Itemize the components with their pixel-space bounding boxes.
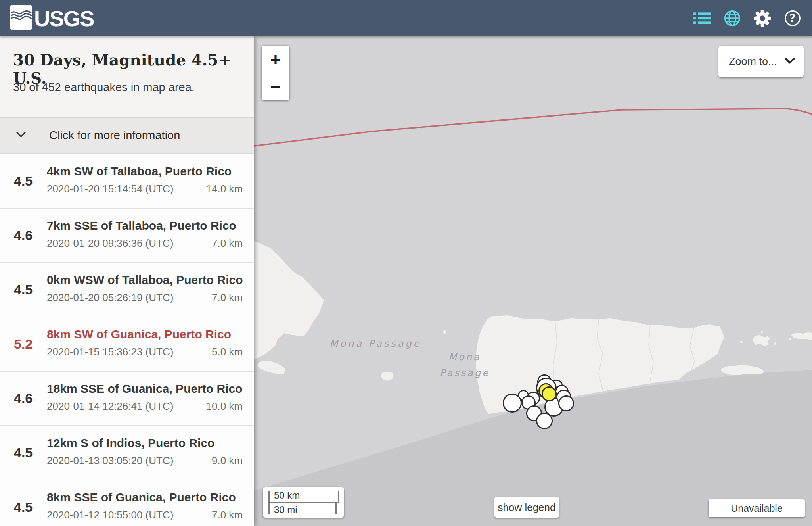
globe-icon[interactable]	[723, 9, 741, 27]
list-header: 30 Days, Magnitude 4.5+ U.S. 30 of 452 e…	[0, 36, 254, 117]
header-icons: ?	[693, 9, 802, 27]
scale-mi-label: 30 mi	[274, 504, 297, 515]
usgs-logo-icon	[10, 5, 32, 31]
zoom-to-label: Zoom to...	[729, 56, 777, 68]
event-time: 2020-01-14 12:26:41 (UTC)	[47, 400, 173, 413]
earthquake-list-item[interactable]: 4.67km SSE of Tallaboa, Puerto Rico2020-…	[0, 209, 254, 263]
event-depth: 7.0 km	[212, 509, 243, 521]
earthquake-list-item[interactable]: 5.28km SW of Guanica, Puerto Rico2020-01…	[0, 317, 254, 372]
event-magnitude: 4.5	[0, 154, 44, 208]
zoom-in-button[interactable]: +	[262, 46, 289, 73]
unavailable-button[interactable]: Unavailable	[709, 499, 805, 517]
event-location: 18km SSE of Guanica, Puerto Rico	[47, 382, 242, 395]
chevron-down-icon	[785, 58, 795, 66]
map[interactable]: Mona Passage Mona Passage + − Zoom to...…	[254, 36, 812, 526]
earthquake-list-item[interactable]: 4.54km SW of Tallaboa, Puerto Rico2020-0…	[0, 154, 254, 209]
event-location: 12km S of Indios, Puerto Rico	[47, 436, 214, 450]
settings-gear-icon[interactable]	[753, 9, 772, 27]
expander-label: Click for more information	[49, 129, 180, 142]
earthquake-marker[interactable]	[542, 386, 557, 401]
feed-summary: 30 of 452 earthquakes in map area.	[13, 81, 195, 94]
ocean-label-mona-passage-east: Mona Passage	[425, 349, 504, 381]
land-desecheo-island	[443, 330, 446, 334]
event-location: 4km SW of Tallaboa, Puerto Rico	[47, 165, 232, 178]
earthquake-list-item[interactable]: 4.512km S of Indios, Puerto Rico2020-01-…	[0, 426, 254, 480]
plate-boundary-line	[254, 109, 812, 146]
app-header: USGS	[0, 0, 812, 36]
earthquake-list: 4.54km SW of Tallaboa, Puerto Rico2020-0…	[0, 154, 254, 526]
event-depth: 7.0 km	[212, 237, 243, 250]
earthquake-list-item[interactable]: 4.50km WSW of Tallaboa, Puerto Rico2020-…	[0, 263, 254, 317]
event-time: 2020-01-13 03:05:20 (UTC)	[47, 455, 173, 467]
event-location: 7km SSE of Tallaboa, Puerto Rico	[47, 219, 236, 232]
help-icon[interactable]: ?	[783, 9, 802, 27]
event-magnitude: 4.6	[0, 372, 44, 425]
land-vieques	[721, 365, 764, 375]
map-scale-bar: 50 km 30 mi	[263, 487, 344, 518]
show-legend-button[interactable]: show legend	[494, 497, 559, 518]
event-location: 8km SW of Guanica, Puerto Rico	[47, 328, 231, 341]
event-magnitude: 5.2	[0, 317, 44, 371]
event-magnitude: 4.5	[0, 480, 44, 526]
basemap	[254, 36, 812, 526]
svg-text:?: ?	[789, 12, 795, 24]
earthquake-marker[interactable]	[503, 394, 522, 413]
event-location: 8km SSE of Guanica, Puerto Rico	[47, 491, 236, 504]
event-depth: 10.0 km	[206, 400, 243, 413]
map-zoom-control: + −	[262, 46, 289, 100]
ocean-label-mona-passage: Mona Passage	[320, 338, 431, 349]
event-location: 0km WSW of Tallaboa, Puerto Rico	[47, 273, 243, 287]
event-time: 2020-01-20 15:14:54 (UTC)	[47, 183, 173, 195]
list-icon[interactable]	[693, 9, 711, 27]
event-depth: 7.0 km	[212, 292, 243, 304]
land-saona-island	[258, 361, 285, 374]
event-depth: 5.0 km	[212, 346, 243, 358]
event-magnitude: 4.5	[0, 426, 44, 480]
more-information-expander[interactable]: Click for more information	[0, 117, 254, 154]
earthquake-list-item[interactable]: 4.618km SSE of Guanica, Puerto Rico2020-…	[0, 372, 254, 426]
land-virgin-islands	[791, 332, 812, 340]
land-culebra	[753, 335, 770, 346]
earthquake-list-item[interactable]: 4.58km SSE of Guanica, Puerto Rico2020-0…	[0, 480, 254, 526]
sidebar: 30 Days, Magnitude 4.5+ U.S. 30 of 452 e…	[0, 36, 254, 526]
event-time: 2020-01-20 05:26:19 (UTC)	[47, 292, 173, 304]
event-depth: 9.0 km	[212, 455, 243, 467]
zoom-out-button[interactable]: −	[262, 73, 289, 100]
event-magnitude: 4.5	[0, 263, 44, 317]
earthquake-marker[interactable]	[558, 395, 574, 411]
land-mona-island	[381, 372, 394, 381]
event-time: 2020-01-15 15:36:23 (UTC)	[47, 346, 173, 358]
scale-km-label: 50 km	[274, 490, 300, 501]
zoom-to-dropdown[interactable]: Zoom to...	[718, 46, 804, 77]
usgs-logo-text: USGS	[34, 6, 94, 31]
land-hispaniola	[254, 241, 324, 360]
event-magnitude: 4.6	[0, 209, 44, 262]
event-time: 2020-01-20 09:36:36 (UTC)	[47, 237, 173, 250]
event-depth: 14.0 km	[206, 183, 243, 195]
usgs-logo[interactable]: USGS	[10, 5, 94, 31]
chevron-down-icon	[16, 131, 26, 139]
event-time: 2020-01-12 10:55:00 (UTC)	[47, 509, 173, 521]
